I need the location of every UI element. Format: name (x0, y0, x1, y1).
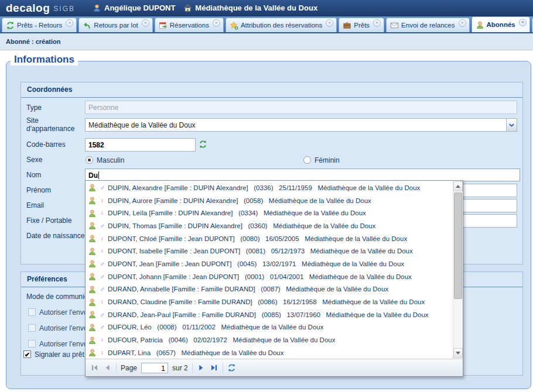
radio-feminin-label[interactable]: Féminin (315, 156, 340, 164)
current-site[interactable]: Médiathèque de la Vallée du Doux (183, 4, 317, 12)
tab-close-icon[interactable]: × (519, 19, 527, 26)
next-page-button[interactable] (197, 363, 206, 372)
autocomplete-row[interactable]: ♂DUPIN, Thomas [Famille : DUPIN Alexandr… (86, 219, 453, 232)
radio-feminin[interactable] (303, 156, 311, 164)
autocomplete-row-text: DUPONT, Johann [Famille : Jean DUPONT] (… (108, 273, 412, 280)
checkbox-label[interactable]: Autoriser l'envoi (39, 324, 89, 332)
autocomplete-row[interactable]: ♂DUPONT, Jean [Famille : Jean DUPONT] (0… (86, 257, 453, 270)
site-select[interactable]: Médiathèque de la Vallée du Doux (85, 118, 517, 132)
female-icon: ♀ (98, 209, 106, 217)
female-icon: ♀ (98, 349, 106, 357)
subscriber-person-icon (88, 221, 97, 230)
autocomplete-row[interactable]: ♀DUFOUR, Patricia (0046) 02/02/1972 Médi… (86, 333, 453, 346)
previous-page-button[interactable] (103, 363, 112, 372)
male-icon: ♂ (98, 184, 106, 192)
tab-close-icon[interactable]: × (459, 19, 466, 27)
radio-masculin[interactable] (86, 156, 93, 164)
nom-autocomplete-dropdown: ♂DUPIN, Alexandre [Famille : DUPIN Alexa… (85, 180, 463, 377)
app-logo: decalog (6, 2, 50, 15)
tab-envoi-de-relances[interactable]: Envoi de relances× (386, 18, 469, 32)
tab-close-icon[interactable]: × (373, 19, 381, 27)
tab-r-servations[interactable]: Réservations× (155, 18, 224, 32)
current-user-name: Angélique DUPONT (104, 4, 175, 12)
pager-separator (116, 363, 117, 373)
application-window: decalog SIGB Angélique DUPONT Médiathèqu… (0, 0, 533, 392)
first-page-button[interactable] (90, 363, 99, 372)
tab-label: Attribution des réservations (241, 22, 322, 29)
autocomplete-row[interactable]: ♂DURAND, Annabelle [Famille : Famille DU… (86, 283, 453, 296)
tab-close-icon[interactable]: × (142, 19, 149, 27)
site-select-value: Médiathèque de la Vallée du Doux (88, 121, 196, 129)
autocomplete-row[interactable]: ♀DURAND, Claudine [Famille : Famille DUR… (86, 295, 453, 308)
subscriber-person-icon (88, 348, 97, 357)
page-title: Informations (11, 54, 78, 66)
tab-pr-ts-retours[interactable]: Prêts - Retours× (2, 18, 77, 32)
scrollbar[interactable] (453, 181, 463, 358)
batch-returns-icon (83, 21, 91, 30)
tab-close-icon[interactable]: × (66, 19, 73, 27)
refresh-icon[interactable] (227, 363, 236, 372)
checkbox-label[interactable]: Autoriser l'envoi (39, 340, 89, 348)
subscriber-person-icon (88, 183, 97, 192)
autocomplete-row-text: DUPIN, Alexandre [Famille : DUPIN Alexan… (108, 184, 420, 191)
top-bar: decalog SIGB Angélique DUPONT Médiathèqu… (0, 0, 533, 16)
site-label: Site d'appartenance (26, 116, 83, 133)
site-select-trigger[interactable] (506, 119, 517, 131)
autocomplete-row-text: DURAND, Annabelle [Famille : Famille DUR… (108, 286, 388, 293)
autocomplete-row[interactable]: ♀DUPIN, Leïla [Famille : DUPIN Alexandre… (86, 207, 453, 219)
autocomplete-row-text: DUPART, Lina (0657) Médiathèque de la Va… (108, 349, 283, 356)
scroll-down-button[interactable] (453, 348, 463, 358)
checkbox-autoriser-l-envoi[interactable] (28, 324, 36, 332)
autocomplete-row[interactable]: ♀DUPONT, Chloé [Famille : Jean DUPONT] (… (86, 232, 453, 245)
tab-label: Abonnés (487, 21, 515, 28)
subscriber-person-icon (88, 298, 97, 307)
tab-abonn-s[interactable]: Abonnés× (472, 16, 530, 32)
autocomplete-row-text: DUPONT, Isabelle [Famille : Jean DUPONT]… (108, 247, 413, 255)
tab-attribution-des-r-servations[interactable]: Attribution des réservations× (226, 18, 337, 32)
tab-pr-ts[interactable]: Prêts× (339, 18, 384, 32)
subscriber-person-icon (88, 323, 97, 332)
page-number-input[interactable] (141, 363, 168, 373)
autocomplete-row[interactable]: ♀DUPONT, Isabelle [Famille : Jean DUPONT… (86, 245, 453, 257)
female-icon: ♀ (98, 197, 106, 205)
female-icon: ♀ (98, 336, 106, 344)
scrollbar-thumb[interactable] (454, 192, 462, 299)
tab-close-icon[interactable]: × (213, 19, 220, 27)
checkbox-label[interactable]: Signaler au prêt (35, 350, 84, 359)
autocomplete-row-text: DUPIN, Aurore [Famille : DUPIN Alexandre… (108, 197, 371, 204)
autocomplete-row[interactable]: ♀DUPIN, Aurore [Famille : DUPIN Alexandr… (86, 194, 453, 207)
breadcrumb: Abonné : création (0, 33, 533, 50)
last-page-button[interactable] (210, 363, 218, 372)
autocomplete-row[interactable]: ♂DUPIN, Alexandre [Famille : DUPIN Alexa… (86, 181, 453, 194)
subscriber-person-icon (88, 196, 97, 205)
autocomplete-row[interactable]: ♂DUPONT, Johann [Famille : Jean DUPONT] … (86, 270, 453, 283)
barcode-refresh-icon[interactable] (199, 140, 207, 149)
subscriber-person-icon (88, 336, 97, 345)
tab-retours-par-lot[interactable]: Retours par lot× (78, 18, 152, 32)
current-user[interactable]: Angélique DUPONT (93, 4, 175, 12)
checkbox-autoriser-l-envoi[interactable] (28, 340, 36, 348)
tab-label: Envoi de relances (401, 22, 455, 29)
nom-input[interactable]: Du (85, 169, 520, 181)
autocomplete-row-text: DURAND, Jean-Paul [Famille : Famille DUR… (108, 311, 429, 318)
tab-close-icon[interactable]: × (326, 19, 333, 27)
scroll-up-button[interactable] (453, 181, 463, 191)
male-icon: ♂ (98, 285, 106, 293)
autocomplete-row-text: DUFOUR, Léo (0008) 01/11/2002 Médiathèqu… (108, 324, 323, 331)
code-barres-input[interactable]: 1582 (85, 138, 196, 152)
autocomplete-row[interactable]: ♂DURAND, Jean-Paul [Famille : Famille DU… (86, 308, 453, 321)
autocomplete-row-text: DUPIN, Leïla [Famille : DUPIN Alexandre]… (108, 209, 366, 216)
autocomplete-row[interactable]: ♀DUPART, Lina (0657) Médiathèque de la V… (86, 346, 453, 358)
autocomplete-row[interactable]: ♂DUFOUR, Léo (0008) 01/11/2002 Médiathèq… (86, 321, 453, 334)
autocomplete-row-text: DURAND, Claudine [Famille : Famille DURA… (108, 298, 425, 305)
radio-masculin-label[interactable]: Masculin (97, 156, 124, 164)
tab-label: Prêts (354, 22, 370, 29)
scroll-up-icon (456, 185, 460, 188)
pagination-toolbar: Page sur 2 (86, 359, 463, 376)
user-icon (93, 4, 101, 12)
female-icon: ♀ (98, 247, 106, 255)
checkbox-signaler-au-pr-t[interactable]: ✔ (23, 350, 31, 358)
checkbox-autoriser-l-envoi[interactable] (28, 308, 36, 316)
checkbox-label[interactable]: Autoriser l'envoi (39, 308, 89, 317)
loans-returns-icon (6, 21, 15, 30)
